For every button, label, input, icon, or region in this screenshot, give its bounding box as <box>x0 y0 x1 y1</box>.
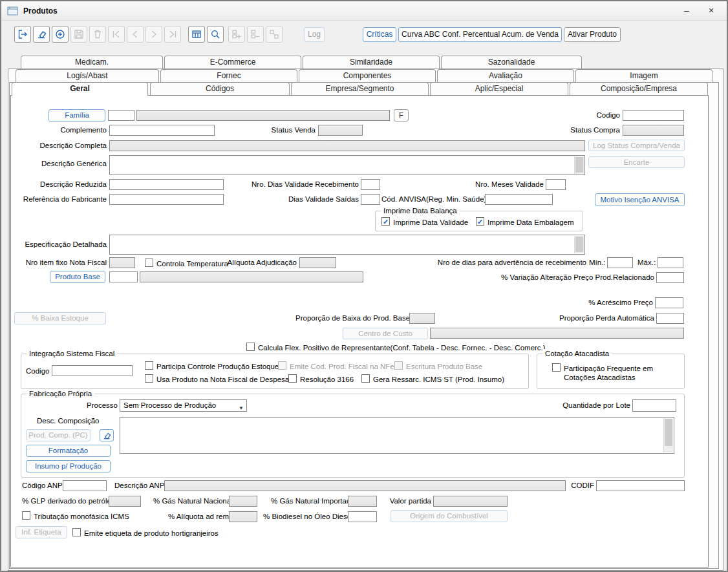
inf-etiqueta-button[interactable]: Inf. Etiqueta <box>16 526 67 538</box>
max-field[interactable] <box>658 257 683 268</box>
group-merge-button[interactable] <box>266 26 283 43</box>
tab-composicao-empresa[interactable]: Composição/Empresa <box>570 82 708 95</box>
descricao-reduzida-field[interactable] <box>109 179 224 190</box>
baixa-estoque-button[interactable]: % Baixa Estoque <box>14 312 106 324</box>
aliquota-ad-rem-field[interactable] <box>229 511 257 522</box>
especificacao-detalhada-textarea[interactable] <box>109 235 585 255</box>
nav-first-button[interactable] <box>108 26 125 43</box>
tab-empresa-segmento[interactable]: Empresa/Segmento <box>291 82 429 95</box>
glp-field[interactable] <box>109 496 141 507</box>
tab-componentes[interactable]: Componentes <box>299 69 436 82</box>
scrollbar[interactable] <box>574 236 584 253</box>
imprime-data-validade-checkbox[interactable]: ✓ Imprime Data Validade <box>381 217 468 227</box>
grid-view-button[interactable] <box>188 26 205 43</box>
familia-code-field[interactable] <box>108 110 134 121</box>
delete-button[interactable] <box>89 26 106 43</box>
min-field[interactable] <box>607 257 633 268</box>
emite-etiqueta-checkbox[interactable]: Emite etiqueta de produto hortigranjeiro… <box>72 528 219 538</box>
tab-geral[interactable]: Geral <box>12 82 148 96</box>
centro-de-custo-button[interactable]: Centro de Custo <box>343 328 428 339</box>
gas-natural-nacional-field[interactable] <box>229 496 257 507</box>
dias-validade-saidas-field[interactable] <box>361 194 380 205</box>
resolucao-3166-checkbox[interactable]: Resolução 3166 <box>288 374 354 384</box>
criticas-button[interactable]: Críticas <box>363 27 396 42</box>
proporcao-perda-field[interactable] <box>656 313 684 324</box>
group-add-button[interactable] <box>228 26 245 43</box>
gera-ressarc-checkbox[interactable]: Gera Ressarc. ICMS ST (Prod. Insumo) <box>361 374 504 384</box>
centro-de-custo-field[interactable] <box>430 328 684 339</box>
produto-base-code-field[interactable] <box>109 271 138 282</box>
log-button[interactable]: Log <box>304 27 325 42</box>
search-button[interactable] <box>207 26 224 43</box>
tab-fornec[interactable]: Fornec <box>160 69 297 82</box>
status-compra-field[interactable] <box>623 125 684 136</box>
prod-comp-pc-button[interactable]: Prod. Comp. (PC) <box>26 429 91 441</box>
scrollbar[interactable] <box>574 156 584 174</box>
referencia-fabricante-field[interactable] <box>109 194 224 205</box>
save-button[interactable] <box>70 26 87 43</box>
descricao-anp-field[interactable] <box>164 480 566 491</box>
aliquota-adjudicacao-field[interactable] <box>299 257 336 268</box>
log-status-compra-venda-button[interactable]: Log Status Compra/Venda <box>588 140 685 151</box>
participacao-frequente-checkbox[interactable]: Participação Frequente em Cotações Ataca… <box>552 363 669 382</box>
curva-abc-button[interactable]: Curva ABC Conf. Percentual Acum. de Vend… <box>398 27 562 42</box>
formatacao-button[interactable]: Formatação <box>26 445 111 457</box>
motivo-isencao-anvisa-button[interactable]: Motivo Isenção ANVISA <box>595 193 685 206</box>
controla-temperatura-checkbox[interactable]: Controla Temperatura <box>145 259 228 268</box>
descricao-completa-field[interactable] <box>109 140 585 151</box>
tab-aplic-especial[interactable]: Aplic/Especial <box>430 82 568 95</box>
insumo-producao-button[interactable]: Insumo p/ Produção <box>26 460 111 472</box>
produto-base-button[interactable]: Produto Base <box>50 271 105 283</box>
group-remove-button[interactable] <box>247 26 264 43</box>
nav-prev-button[interactable] <box>127 26 144 43</box>
nro-item-fixo-field[interactable] <box>109 257 135 268</box>
acrescimo-preco-field[interactable] <box>655 297 683 308</box>
tributacao-monofasica-checkbox[interactable]: Tributação monofásica ICMS <box>22 511 129 521</box>
imprime-data-embalagem-checkbox[interactable]: ✓ Imprime Data Embalagem <box>476 217 574 227</box>
codigo-field[interactable] <box>623 110 684 121</box>
ativar-produto-button[interactable]: Ativar Produto <box>564 27 621 42</box>
origem-combustivel-button[interactable]: Origem do Combustível <box>391 510 508 522</box>
nav-last-button[interactable] <box>164 26 181 43</box>
fiscal-codigo-field[interactable] <box>52 365 133 376</box>
emite-cod-prod-checkbox[interactable]: Emite Cod. Prod. Fiscal na NFe <box>278 361 394 371</box>
gas-natural-importado-field[interactable] <box>348 496 377 507</box>
processo-select[interactable]: Sem Processo de Produção ▼ <box>120 399 247 412</box>
cod-anvisa-field[interactable] <box>485 194 553 205</box>
eraser-button[interactable] <box>100 429 114 441</box>
proporcao-baixa-field[interactable] <box>409 313 435 324</box>
exit-button[interactable] <box>14 26 31 43</box>
clear-button[interactable] <box>33 26 50 43</box>
close-icon[interactable]: × <box>701 1 722 21</box>
scrollbar[interactable] <box>663 418 673 452</box>
nav-next-button[interactable] <box>145 26 162 43</box>
tab-avaliacao[interactable]: Avaliação <box>437 69 574 82</box>
usa-produto-nf-checkbox[interactable]: Usa Produto na Nota Fiscal de Despesa <box>145 374 289 384</box>
nro-meses-validade-field[interactable] <box>546 179 566 190</box>
calcula-flex-checkbox[interactable]: Calcula Flex. Positivo de Representante(… <box>246 343 546 352</box>
tab-medicam[interactable]: Medicam. <box>21 56 163 69</box>
variacao-preco-field[interactable] <box>656 272 684 283</box>
encarte-button[interactable]: Encarte <box>588 156 685 168</box>
f-button[interactable]: F <box>394 109 409 122</box>
codif-field[interactable] <box>596 480 685 491</box>
descricao-generica-textarea[interactable] <box>109 155 585 175</box>
tab-logis-abast[interactable]: Logís/Abast <box>16 69 159 82</box>
complemento-field[interactable] <box>109 125 215 136</box>
participa-controle-checkbox[interactable]: Participa Controle Produção Estoque <box>145 361 279 371</box>
status-venda-field[interactable] <box>318 125 363 136</box>
tab-imagem[interactable]: Imagem <box>575 69 712 82</box>
nro-dias-validade-recebimento-field[interactable] <box>361 179 380 190</box>
tab-ecommerce[interactable]: E-Commerce <box>164 56 301 69</box>
tab-codigos[interactable]: Códigos <box>150 82 290 95</box>
codigo-anp-field[interactable] <box>63 480 107 491</box>
escritura-produto-base-checkbox[interactable]: Escritura Produto Base <box>394 361 482 371</box>
tab-sazonalidade[interactable]: Sazonalidade <box>441 56 582 69</box>
tab-similaridade[interactable]: Similaridade <box>303 56 440 69</box>
familia-desc-field[interactable] <box>136 110 390 121</box>
add-button[interactable] <box>52 26 69 43</box>
familia-button[interactable]: Família <box>48 109 105 122</box>
composicao-textarea[interactable] <box>120 417 674 454</box>
quantidade-lote-field[interactable] <box>632 399 676 412</box>
biodiesel-field[interactable] <box>348 511 377 522</box>
